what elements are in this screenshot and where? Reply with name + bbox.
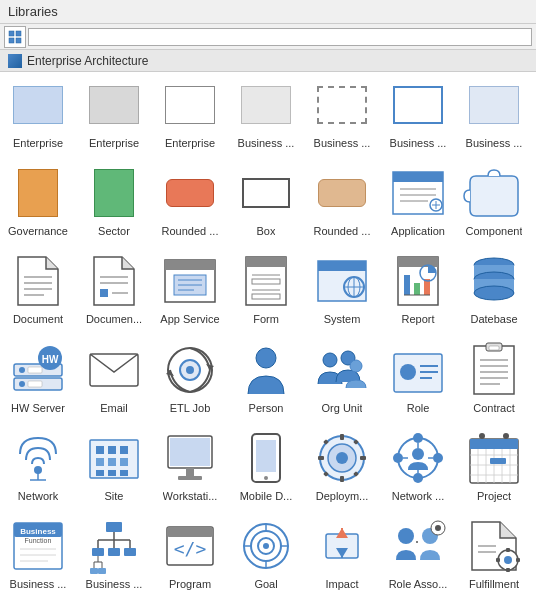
- svg-rect-3: [16, 38, 21, 43]
- grid-item-networknode[interactable]: Network ...: [380, 425, 456, 510]
- grid-item-roleassoc[interactable]: Role Asso...: [380, 514, 456, 599]
- grid-item-deployment[interactable]: Deploym...: [304, 425, 380, 510]
- svg-rect-91: [96, 470, 104, 476]
- grid-item-component[interactable]: Component: [456, 160, 532, 245]
- section-header: Enterprise Architecture: [0, 50, 536, 72]
- grid-item-orgunit[interactable]: Org Unit: [304, 337, 380, 422]
- svg-rect-90: [120, 458, 128, 466]
- grid-item-document[interactable]: Document: [0, 249, 76, 334]
- svg-rect-149: [108, 548, 120, 556]
- svg-rect-105: [340, 476, 344, 482]
- svg-point-115: [413, 473, 423, 483]
- grid-item-appservice[interactable]: App Service: [152, 249, 228, 334]
- svg-rect-80: [489, 346, 499, 350]
- svg-text:HW: HW: [42, 354, 59, 365]
- svg-point-116: [393, 453, 403, 463]
- svg-rect-155: [90, 568, 98, 574]
- svg-rect-18: [100, 289, 108, 297]
- grid-item-system[interactable]: System: [304, 249, 380, 334]
- svg-point-61: [186, 366, 194, 374]
- svg-rect-93: [120, 470, 128, 476]
- svg-rect-41: [414, 283, 420, 295]
- grid-item-business4[interactable]: Business ...: [456, 72, 532, 157]
- libraries-header: Libraries: [0, 0, 536, 24]
- toolbar-icon-btn[interactable]: [4, 26, 26, 48]
- svg-text:Business: Business: [20, 527, 56, 536]
- svg-point-52: [19, 367, 25, 373]
- svg-rect-88: [96, 458, 104, 466]
- section-icon: [8, 54, 22, 68]
- svg-point-114: [433, 453, 443, 463]
- toolbar: [0, 24, 536, 50]
- grid-item-program[interactable]: </> Program: [152, 514, 228, 599]
- svg-point-163: [263, 543, 269, 549]
- grid-item-document2[interactable]: Documen...: [76, 249, 152, 334]
- grid-item-enterprise2[interactable]: Enterprise: [76, 72, 152, 157]
- grid-item-mobiledevice[interactable]: Mobile D...: [228, 425, 304, 510]
- svg-rect-86: [108, 446, 116, 454]
- svg-point-67: [350, 360, 362, 372]
- grid-item-etljob[interactable]: ETL Job: [152, 337, 228, 422]
- svg-rect-89: [108, 458, 116, 466]
- svg-rect-150: [124, 548, 136, 556]
- grid-item-network[interactable]: Network: [0, 425, 76, 510]
- svg-rect-183: [506, 568, 510, 572]
- search-input[interactable]: [28, 28, 532, 46]
- grid-item-businessfunc[interactable]: Business Function Business ...: [0, 514, 76, 599]
- grid-item-sector[interactable]: Sector: [76, 160, 152, 245]
- grid-item-business2[interactable]: Business ...: [304, 72, 380, 157]
- grid-item-hwserver[interactable]: HW HW Server: [0, 337, 76, 422]
- grid-item-contract[interactable]: Contract: [456, 337, 532, 422]
- grid-item-report[interactable]: Report: [380, 249, 456, 334]
- grid-item-project[interactable]: Project: [456, 425, 532, 510]
- svg-rect-73: [474, 346, 514, 394]
- grid-item-site[interactable]: Site: [76, 425, 152, 510]
- grid-item-rounded1[interactable]: Rounded ...: [152, 160, 228, 245]
- svg-rect-2: [9, 38, 14, 43]
- svg-point-65: [323, 353, 337, 367]
- svg-rect-55: [28, 381, 42, 387]
- svg-rect-158: [167, 527, 213, 537]
- svg-rect-148: [92, 548, 104, 556]
- svg-point-100: [264, 476, 268, 480]
- grid-item-enterprise1[interactable]: Enterprise: [0, 72, 76, 157]
- svg-rect-95: [170, 438, 210, 466]
- grid-item-business1[interactable]: Business ...: [228, 72, 304, 157]
- svg-text:Function: Function: [25, 537, 52, 544]
- svg-rect-96: [186, 468, 194, 476]
- svg-rect-106: [318, 456, 324, 460]
- svg-point-49: [474, 286, 514, 300]
- svg-rect-87: [120, 446, 128, 454]
- grid-item-rounded2[interactable]: Rounded ...: [304, 160, 380, 245]
- grid-item-database[interactable]: Datebase: [456, 249, 532, 334]
- svg-rect-92: [108, 470, 116, 476]
- grid-item-workstation[interactable]: Workstati...: [152, 425, 228, 510]
- svg-point-181: [504, 556, 512, 564]
- svg-point-117: [412, 448, 424, 460]
- svg-rect-134: [490, 458, 506, 464]
- svg-rect-40: [404, 275, 410, 295]
- grid-item-box[interactable]: Box: [228, 160, 304, 245]
- grid-item-form[interactable]: Form: [228, 249, 304, 334]
- grid-item-goal[interactable]: Goal: [228, 514, 304, 599]
- svg-rect-54: [28, 367, 42, 373]
- svg-rect-0: [9, 31, 14, 36]
- svg-point-53: [19, 381, 25, 387]
- grid-item-impact[interactable]: Impact: [304, 514, 380, 599]
- grid-item-enterprise3[interactable]: Enterprise: [152, 72, 228, 157]
- svg-rect-104: [340, 434, 344, 440]
- grid-item-business3[interactable]: Business ...: [380, 72, 456, 157]
- grid-item-email[interactable]: Email: [76, 337, 152, 422]
- grid-item-application[interactable]: Application: [380, 160, 456, 245]
- grid-item-person[interactable]: Person: [228, 337, 304, 422]
- svg-rect-27: [246, 257, 286, 267]
- grid-item-businessstruct[interactable]: Business ...: [76, 514, 152, 599]
- svg-rect-123: [470, 439, 518, 449]
- grid-item-role[interactable]: Role: [380, 337, 456, 422]
- svg-point-176: [435, 525, 441, 531]
- svg-rect-1: [16, 31, 21, 36]
- grid-item-fulfillment[interactable]: Fulfillment: [456, 514, 532, 599]
- svg-point-132: [479, 433, 485, 439]
- grid-item-governance[interactable]: Governance: [0, 160, 76, 245]
- svg-rect-142: [106, 522, 122, 532]
